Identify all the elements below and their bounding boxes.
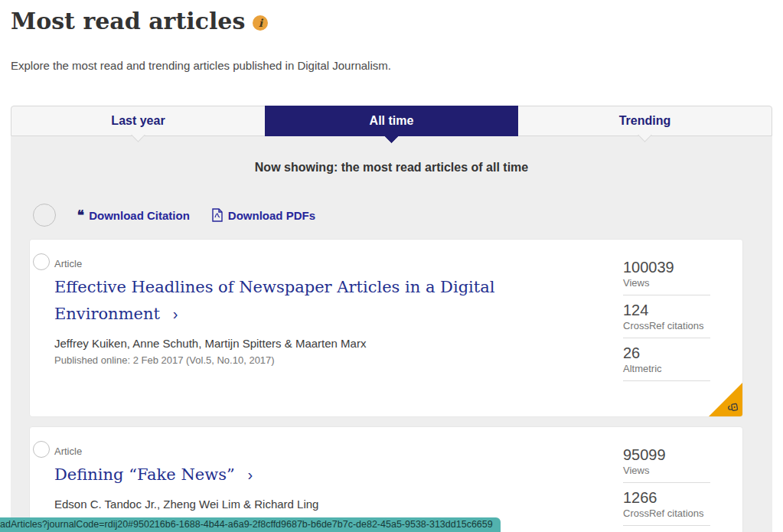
metric-value: 100039 (623, 258, 742, 277)
metric-label: CrossRef citations (623, 320, 742, 332)
metric-crossref: 124 CrossRef citations (623, 301, 742, 332)
tab-trending[interactable]: Trending (518, 106, 772, 135)
results-panel: Now showing: the most read articles of a… (11, 136, 772, 532)
metric-label: Views (623, 465, 742, 477)
chevron-right-icon: › (247, 466, 253, 483)
article-info: Article Effective Headlines of Newspaper… (54, 240, 623, 416)
article-checkbox[interactable] (33, 253, 50, 270)
metric-views: 95099 Views (623, 446, 742, 477)
article-checkbox[interactable] (33, 441, 50, 458)
tab-trending-label: Trending (619, 114, 671, 128)
link-preview-status-bar: adArticles?journalCode=rdij20#950216b6-1… (0, 517, 501, 532)
article-title-text: Defining “Fake News” (54, 465, 235, 484)
article-info: Article Defining “Fake News” › Edson C. … (54, 427, 623, 532)
article-authors: Jeffrey Kuiken, Anne Schuth, Martijn Spi… (54, 337, 600, 350)
metric-crossref: 1266 CrossRef citations (623, 488, 742, 520)
download-citation-label: Download Citation (89, 209, 190, 222)
page-title: Most read articles i (11, 8, 772, 34)
article-title-link[interactable]: Effective Headlines of Newspaper Article… (54, 274, 600, 328)
article-title-link[interactable]: Defining “Fake News” › (54, 462, 600, 488)
article-authors: Edson C. Tandoc Jr., Zheng Wei Lim & Ric… (54, 498, 600, 511)
metric-label: CrossRef citations (623, 508, 742, 520)
open-access-corner (709, 383, 742, 416)
metric-value: 95099 (623, 446, 742, 465)
quote-icon: ❝ (77, 209, 84, 222)
metric-label: Views (623, 277, 742, 289)
open-access-lock-icon (726, 400, 739, 414)
page-description: Explore the most read and trending artic… (11, 59, 772, 72)
download-pdfs-link[interactable]: Download PDFs (211, 208, 315, 222)
article-published-date: Published online: 2 Feb 2017 (Vol.5, No.… (54, 354, 600, 366)
metric-views: 100039 Views (623, 258, 742, 289)
chevron-right-icon: › (173, 305, 178, 322)
tab-last-year[interactable]: Last year (11, 106, 265, 135)
tab-last-year-label: Last year (111, 114, 165, 128)
download-citation-link[interactable]: ❝ Download Citation (77, 209, 190, 222)
select-all-checkbox[interactable] (33, 204, 56, 227)
pdf-icon (211, 208, 223, 222)
article-list: Article Effective Headlines of Newspaper… (11, 227, 772, 532)
article-title-text: Effective Headlines of Newspaper Article… (54, 278, 495, 323)
page-title-text: Most read articles (11, 8, 245, 34)
metric-value: 124 (623, 301, 742, 320)
bulk-actions-toolbar: ❝ Download Citation Download PDFs (33, 204, 772, 227)
metric-divider (623, 482, 710, 483)
metric-divider (623, 295, 710, 295)
info-icon[interactable]: i (253, 15, 268, 31)
article-metrics: 95099 Views 1266 CrossRef citations (623, 427, 742, 532)
metric-value: 26 (623, 344, 742, 363)
download-pdfs-label: Download PDFs (228, 209, 315, 222)
metric-altmetric: 26 Altmetric (623, 344, 742, 375)
article-type-label: Article (54, 258, 600, 269)
most-read-tabs: Last year All time Trending (11, 106, 772, 136)
tab-all-time-label: All time (370, 114, 414, 128)
article-type-label: Article (54, 446, 600, 457)
tab-all-time[interactable]: All time (265, 106, 518, 136)
metric-divider (623, 525, 710, 526)
metric-divider (623, 338, 710, 338)
metric-divider (623, 380, 710, 381)
article-card: Article Effective Headlines of Newspaper… (29, 239, 743, 417)
metric-label: Altmetric (623, 363, 742, 375)
metric-value: 1266 (623, 488, 742, 508)
article-card: Article Defining “Fake News” › Edson C. … (29, 426, 743, 532)
